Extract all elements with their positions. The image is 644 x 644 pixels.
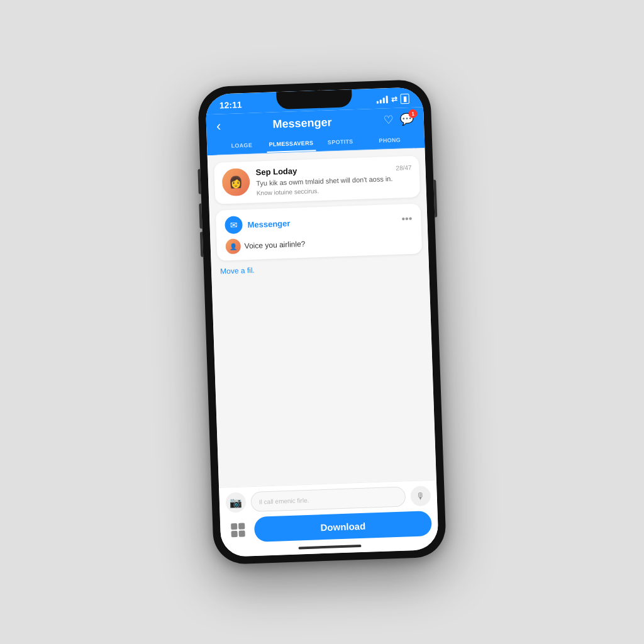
camera-icon: 📷 <box>230 496 243 509</box>
notification-app-name: Messenger <box>247 219 290 230</box>
signal-icon <box>377 96 388 104</box>
download-label: Download <box>320 520 365 532</box>
home-bar[interactable] <box>298 545 361 549</box>
header-icons: ♡ 💬 1 <box>383 113 414 128</box>
messenger-icon-symbol: ✉ <box>230 220 238 230</box>
phone-shell: 12:11 ⇄ ▮ ‹ Messenger <box>197 79 447 565</box>
camera-button[interactable]: 📷 <box>225 492 246 513</box>
avatar: 👩 <box>221 168 250 197</box>
bottom-bar: 📷 Il call emenic firle. 🎙 <box>219 480 438 547</box>
notification-options-button[interactable]: ••• <box>401 213 412 225</box>
header-title: Messenger <box>272 116 332 131</box>
message-preview-card[interactable]: 👩 Sep Loday 28/47 Tyu kik as owm tmlaid … <box>214 155 420 204</box>
tab-spotits[interactable]: SPOTITS <box>316 134 365 151</box>
notification-card: ✉ Messenger ••• 👤 Voice you airlinle? <box>216 204 423 261</box>
screen: 12:11 ⇄ ▮ ‹ Messenger <box>205 87 438 557</box>
app-header: ‹ Messenger ♡ 💬 1 LOAGE <box>206 107 425 155</box>
notification-left: ✉ Messenger <box>225 214 291 235</box>
status-icons: ⇄ ▮ <box>376 94 409 105</box>
tab-loage[interactable]: LOAGE <box>217 138 267 155</box>
wifi-icon: ⇄ <box>391 95 397 104</box>
action-row: Download <box>226 511 432 543</box>
notification-avatar: 👤 <box>225 239 241 255</box>
message-time: 28/47 <box>396 164 411 172</box>
mic-button[interactable]: 🎙 <box>410 486 431 506</box>
download-button[interactable]: Download <box>254 511 432 542</box>
input-row: 📷 Il call emenic firle. 🎙 <box>225 486 431 513</box>
notification-text: Voice you airlinle? <box>244 240 305 250</box>
chat-icon[interactable]: 💬 1 <box>399 113 414 127</box>
sender-name: Sep Loday <box>255 166 297 177</box>
heart-icon[interactable]: ♡ <box>383 113 394 128</box>
tab-phong[interactable]: PHONG <box>365 133 414 150</box>
messenger-app-icon: ✉ <box>225 216 243 235</box>
notch <box>276 89 352 109</box>
avatar-image: 👩 <box>221 168 250 197</box>
scene: 12:11 ⇄ ▮ ‹ Messenger <box>0 0 644 644</box>
message-info: Sep Loday 28/47 Tyu kik as owm tmlaid sh… <box>255 162 412 197</box>
notification-header: ✉ Messenger ••• <box>225 210 413 234</box>
battery-icon: ▮ <box>400 94 409 104</box>
status-time: 12:11 <box>219 99 242 110</box>
notification-message: 👤 Voice you airlinle? <box>225 233 413 254</box>
content-area: 👩 Sep Loday 28/47 Tyu kik as owm tmlaid … <box>208 148 436 487</box>
message-input[interactable]: Il call emenic firle. <box>250 487 406 513</box>
link-text[interactable]: Move a fil. <box>218 260 423 276</box>
notification-badge: 1 <box>408 109 417 118</box>
grid-button[interactable] <box>226 518 250 541</box>
tab-plmessavers[interactable]: PLMESSAVERS <box>266 136 316 153</box>
mic-icon: 🎙 <box>416 491 425 501</box>
back-button[interactable]: ‹ <box>216 119 221 133</box>
grid-icon <box>231 523 245 537</box>
input-placeholder: Il call emenic firle. <box>259 496 309 505</box>
